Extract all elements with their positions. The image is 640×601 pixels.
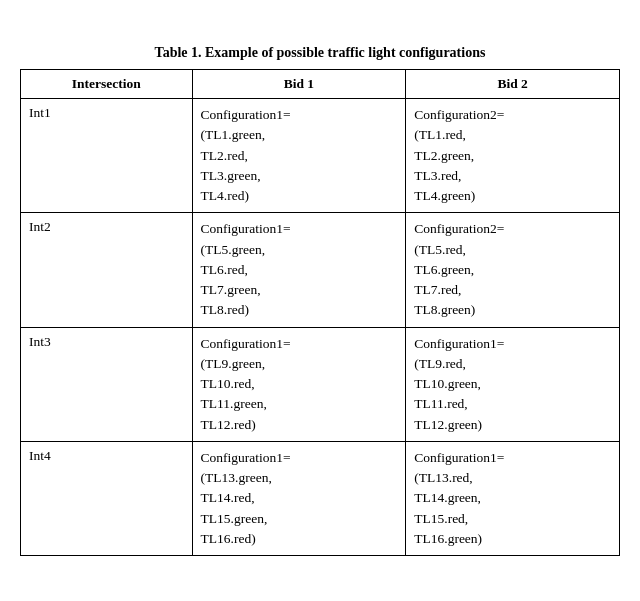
page-wrapper: Table 1. Example of possible traffic lig… — [20, 45, 620, 556]
header-bid2: Bid 2 — [406, 70, 620, 99]
table-row: Int4Configuration1=(TL13.green,TL14.red,… — [21, 441, 620, 555]
cell-bid1-4: Configuration1=(TL13.green,TL14.red,TL15… — [192, 441, 406, 555]
cell-bid2-2: Configuration2=(TL5.red,TL6.green,TL7.re… — [406, 213, 620, 327]
cell-intersection-1: Int1 — [21, 99, 193, 213]
cell-bid1-2: Configuration1=(TL5.green,TL6.red,TL7.gr… — [192, 213, 406, 327]
cell-bid1-1: Configuration1=(TL1.green,TL2.red,TL3.gr… — [192, 99, 406, 213]
table-header-row: Intersection Bid 1 Bid 2 — [21, 70, 620, 99]
table-row: Int1Configuration1=(TL1.green,TL2.red,TL… — [21, 99, 620, 213]
cell-intersection-4: Int4 — [21, 441, 193, 555]
table-title: Table 1. Example of possible traffic lig… — [20, 45, 620, 61]
cell-bid2-1: Configuration2=(TL1.red,TL2.green,TL3.re… — [406, 99, 620, 213]
header-intersection: Intersection — [21, 70, 193, 99]
table-row: Int2Configuration1=(TL5.green,TL6.red,TL… — [21, 213, 620, 327]
cell-intersection-2: Int2 — [21, 213, 193, 327]
cell-intersection-3: Int3 — [21, 327, 193, 441]
cell-bid2-4: Configuration1=(TL13.red,TL14.green,TL15… — [406, 441, 620, 555]
header-bid1: Bid 1 — [192, 70, 406, 99]
table-row: Int3Configuration1=(TL9.green,TL10.red,T… — [21, 327, 620, 441]
cell-bid2-3: Configuration1=(TL9.red,TL10.green,TL11.… — [406, 327, 620, 441]
cell-bid1-3: Configuration1=(TL9.green,TL10.red,TL11.… — [192, 327, 406, 441]
traffic-light-table: Intersection Bid 1 Bid 2 Int1Configurati… — [20, 69, 620, 556]
